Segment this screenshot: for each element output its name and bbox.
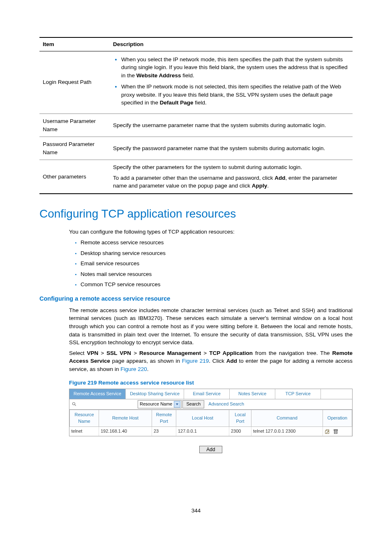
resource-list-ui: Remote Access Service Desktop Sharing Se… bbox=[69, 389, 353, 436]
edit-icon[interactable] bbox=[325, 429, 330, 434]
tab-desktop-sharing[interactable]: Desktop Sharing Service bbox=[126, 389, 184, 399]
chevron-down-icon bbox=[174, 401, 180, 408]
paragraph: Select VPN > SSL VPN > Resource Manageme… bbox=[69, 349, 353, 373]
col-operation[interactable]: Operation bbox=[323, 410, 352, 426]
svg-rect-4 bbox=[334, 429, 338, 430]
col-resource-name[interactable]: Resource Name bbox=[70, 410, 99, 426]
search-field-select[interactable]: Resource Name bbox=[138, 400, 182, 408]
list-item: Common TCP service resources bbox=[81, 280, 353, 289]
row-password-param: Password Parameter Name Specify the pass… bbox=[39, 137, 353, 160]
col-local-port[interactable]: Local Port bbox=[229, 410, 251, 426]
search-icon bbox=[72, 402, 77, 407]
col-remote-port[interactable]: Remote Port bbox=[152, 410, 176, 426]
cell-local-port: 2300 bbox=[229, 426, 251, 436]
bullet: When you select the IP network mode, thi… bbox=[121, 56, 349, 80]
table-row: telnet 192.168.1.40 23 127.0.0.1 2300 te… bbox=[70, 426, 352, 436]
resource-grid: Resource Name Remote Host Remote Port Lo… bbox=[69, 410, 352, 436]
add-button[interactable]: Add bbox=[199, 446, 222, 453]
figure-link[interactable]: Figure 220 bbox=[120, 366, 147, 372]
cell-command: telnet 127.0.0.1 2300 bbox=[251, 426, 323, 436]
row-login-request-path: Login Request Path When you select the I… bbox=[39, 51, 353, 114]
list-item: Remote access service resources bbox=[81, 239, 353, 247]
tab-notes[interactable]: Notes Service bbox=[230, 389, 275, 399]
resource-type-list: Remote access service resources Desktop … bbox=[69, 239, 353, 289]
col-command[interactable]: Command bbox=[251, 410, 323, 426]
cell-operation bbox=[323, 426, 352, 436]
figure-caption: Figure 219 Remote access service resourc… bbox=[69, 379, 353, 387]
col-local-host[interactable]: Local Host bbox=[176, 410, 229, 426]
svg-point-0 bbox=[73, 402, 75, 405]
col-item: Item bbox=[39, 37, 110, 51]
row-other-params: Other parameters Specify the other param… bbox=[39, 160, 353, 194]
svg-line-1 bbox=[75, 405, 76, 406]
subsection-heading: Configuring a remote access service reso… bbox=[39, 294, 353, 303]
cell-local-host: 127.0.0.1 bbox=[176, 426, 229, 436]
page-number: 344 bbox=[39, 507, 353, 515]
section-heading: Configuring TCP application resources bbox=[39, 206, 353, 222]
list-item: Desktop sharing service resources bbox=[81, 249, 353, 257]
cell-resource-name: telnet bbox=[70, 426, 99, 436]
advanced-search-link[interactable]: Advanced Search bbox=[208, 401, 244, 408]
tab-tcp[interactable]: TCP Service bbox=[275, 389, 321, 399]
tab-remote-access[interactable]: Remote Access Service bbox=[69, 389, 126, 399]
tab-bar: Remote Access Service Desktop Sharing Se… bbox=[69, 389, 352, 399]
row-username-param: Username Parameter Name Specify the user… bbox=[39, 114, 353, 137]
parameter-table: Item Description Login Request Path When… bbox=[39, 37, 353, 194]
bullet: When the IP network mode is not selected… bbox=[121, 83, 349, 107]
delete-icon[interactable] bbox=[333, 429, 339, 434]
cell-remote-host: 192.168.1.40 bbox=[99, 426, 152, 436]
cell-remote-port: 23 bbox=[152, 426, 176, 436]
list-item: Notes mail service resources bbox=[81, 270, 353, 278]
tab-email[interactable]: Email Service bbox=[184, 389, 230, 399]
figure-link[interactable]: Figure 219 bbox=[182, 358, 209, 364]
intro-text: You can configure the following types of… bbox=[69, 228, 353, 236]
col-remote-host[interactable]: Remote Host bbox=[99, 410, 152, 426]
paragraph: The remote access service includes remot… bbox=[69, 306, 353, 347]
list-item: Email service resources bbox=[81, 260, 353, 268]
col-desc: Description bbox=[110, 37, 353, 51]
search-bar: Resource Name Search Advanced Search bbox=[69, 399, 352, 410]
search-button[interactable]: Search bbox=[182, 400, 204, 408]
